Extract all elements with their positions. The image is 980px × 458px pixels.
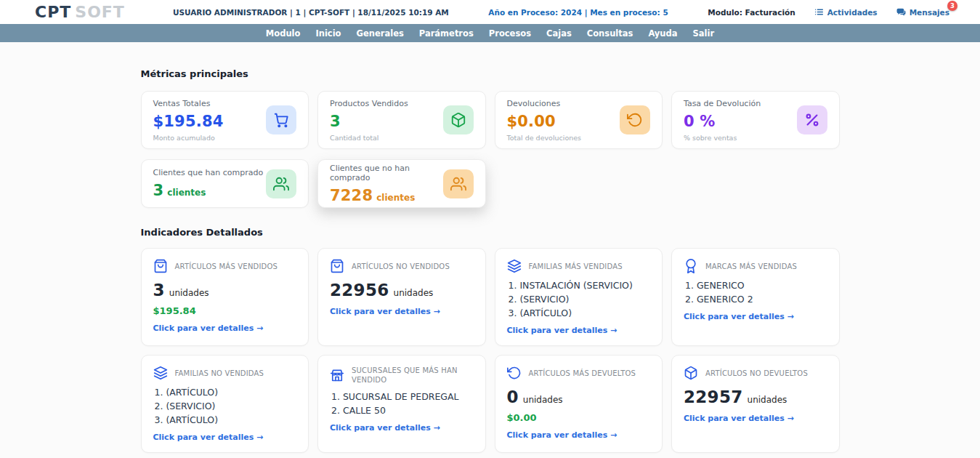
metric-value: 0 %: [684, 113, 761, 130]
metric-card-productos-vendidos[interactable]: Productos Vendidos 3 Cantidad total: [317, 91, 486, 149]
metric-value: 3: [153, 182, 164, 199]
indicator-header: MARCAS MÁS VENDIDAS: [684, 259, 827, 273]
indicator-header: ARTÍCULOS NO DEVUELTOS: [684, 366, 827, 380]
metric-subtitle: Monto acumulado: [153, 134, 224, 142]
messages-button[interactable]: Mensajes 3: [896, 7, 949, 17]
indicator-title: SUCURSALES QUE MÁS HAN VENDIDO: [352, 366, 474, 385]
shopping-cart-icon: [266, 105, 296, 134]
indicator-card-familias-mas-vendidas[interactable]: FAMILIAS MÁS VENDIDAS 1. INSTALACIÓN (SE…: [495, 248, 663, 346]
details-link[interactable]: Click para ver detalles →: [153, 324, 297, 333]
metric-unit: clientes: [376, 193, 415, 203]
indicator-title: MARCAS MÁS VENDIDAS: [705, 262, 797, 271]
metric-card-tasa-devolucion[interactable]: Tasa de Devolución 0 % % sobre ventas: [671, 91, 840, 149]
logo-secondary: SOFT: [75, 3, 125, 21]
details-link[interactable]: Click para ver detalles →: [330, 423, 474, 433]
indicator-title: ARTÍCULOS NO DEVUELTOS: [705, 369, 808, 378]
users-icon: [266, 169, 296, 198]
list-item: 2. GENERICO 2: [685, 294, 827, 305]
indicator-card-articulos-mas-vendidos[interactable]: ARTÍCULOS MÁS VENDIDOS 3unidades $195.84…: [141, 248, 309, 346]
list-item: 1. GENERICO: [685, 280, 827, 291]
list-item: 2. (SERVICIO): [155, 401, 297, 411]
details-link[interactable]: Click para ver detalles →: [684, 414, 827, 423]
metric-card-content: Clientes que han comprado 3clientes: [153, 168, 264, 199]
indicators-grid: ARTÍCULOS MÁS VENDIDOS 3unidades $195.84…: [141, 248, 840, 458]
package-icon: [443, 105, 474, 134]
main-nav: Modulo Inicio Generales Parámetros Proce…: [0, 24, 980, 42]
indicator-value: 0: [507, 387, 519, 406]
indicator-unit: unidades: [748, 395, 787, 405]
nav-item-generales[interactable]: Generales: [357, 28, 404, 39]
indicator-amount: $195.84: [153, 305, 297, 316]
indicator-header: ARTÍCULOS MÁS VENDIDOS: [153, 259, 297, 273]
details-link[interactable]: Click para ver detalles →: [684, 312, 827, 321]
metrics-grid: Ventas Totales $195.84 Monto acumulado P…: [141, 91, 840, 208]
metric-card-ventas-totales[interactable]: Ventas Totales $195.84 Monto acumulado: [141, 91, 309, 149]
metric-title: Clientes que han comprado: [153, 168, 264, 177]
indicator-unit: unidades: [394, 288, 434, 298]
metric-title: Devoluciones: [507, 99, 582, 108]
store-icon: [330, 368, 344, 382]
list-item: 1. (ARTÍCULO): [155, 387, 297, 398]
users-icon: [443, 169, 474, 198]
return-arrow-icon: [507, 366, 522, 380]
indicators-section-title: Indicadores Detallados: [141, 227, 840, 238]
indicator-value: 22957: [684, 387, 743, 406]
indicator-value-row: 0unidades: [507, 387, 651, 406]
metric-card-content: Clientes que no han comprado 7228cliente…: [330, 164, 443, 204]
list-item: 1. INSTALACIÓN (SERVICIO): [509, 280, 651, 291]
layers-icon: [153, 366, 168, 380]
app-logo[interactable]: CPTSOFT: [35, 3, 125, 21]
details-link[interactable]: Click para ver detalles →: [153, 433, 297, 442]
metric-card-content: Productos Vendidos 3 Cantidad total: [330, 99, 408, 142]
metric-value: $195.84: [153, 113, 224, 130]
details-link[interactable]: Click para ver detalles →: [330, 307, 474, 316]
indicator-title: ARTÍCULOS MÁS DEVUELTOS: [529, 369, 636, 378]
indicator-title: ARTÍCULOS MÁS VENDIDOS: [175, 262, 278, 271]
award-icon: [684, 259, 698, 273]
nav-item-procesos[interactable]: Procesos: [489, 28, 531, 39]
nav-item-consultas[interactable]: Consultas: [587, 28, 633, 39]
indicator-card-marcas-mas-vendidas[interactable]: MARCAS MÁS VENDIDAS 1. GENERICO 2. GENER…: [671, 248, 840, 346]
metric-subtitle: % sobre ventas: [684, 134, 761, 142]
indicator-card-familias-no-vendidas[interactable]: FAMILIAS NO VENDIDAS 1. (ARTÍCULO) 2. (S…: [141, 355, 309, 453]
indicator-card-articulos-no-vendidos[interactable]: ARTÍCULOS NO VENDIDOS 22956unidades Clic…: [317, 248, 486, 346]
indicator-card-articulos-no-devueltos[interactable]: ARTÍCULOS NO DEVUELTOS 22957unidades Cli…: [671, 355, 840, 453]
metric-card-devoluciones[interactable]: Devoluciones $0.00 Total de devoluciones: [495, 91, 663, 149]
nav-item-cajas[interactable]: Cajas: [546, 28, 572, 39]
indicator-unit: unidades: [169, 288, 209, 298]
nav-item-parametros[interactable]: Parámetros: [419, 28, 474, 39]
list-item: 2. (SERVICIO): [509, 294, 651, 305]
list-item: 2. CALLE 50: [331, 405, 474, 416]
indicator-header: ARTÍCULOS MÁS DEVUELTOS: [507, 366, 651, 380]
activities-button[interactable]: Actividades: [814, 7, 878, 17]
metric-card-clientes-han-comprado[interactable]: Clientes que han comprado 3clientes: [141, 159, 309, 208]
shopping-bag-icon: [330, 259, 344, 273]
nav-item-salir[interactable]: Salir: [693, 28, 715, 39]
metric-card-content: Devoluciones $0.00 Total de devoluciones: [507, 99, 582, 142]
messages-badge: 3: [947, 1, 957, 11]
indicator-list: 1. GENERICO 2. GENERICO 2: [684, 280, 827, 305]
messages-label: Mensajes: [910, 8, 949, 17]
indicator-title: FAMILIAS NO VENDIDAS: [175, 369, 264, 378]
indicator-amount: $0.00: [507, 412, 651, 423]
list-item: 3. (ARTÍCULO): [509, 308, 651, 318]
metrics-section-title: Métricas principales: [141, 68, 840, 79]
indicator-card-sucursales-mas-vendido[interactable]: SUCURSALES QUE MÁS HAN VENDIDO 1. SUCURS…: [317, 355, 486, 453]
nav-item-modulo[interactable]: Modulo: [266, 28, 301, 39]
nav-item-inicio[interactable]: Inicio: [315, 28, 341, 39]
indicator-value-row: 22957unidades: [684, 387, 827, 406]
details-link[interactable]: Click para ver detalles →: [507, 430, 651, 440]
indicator-title: FAMILIAS MÁS VENDIDAS: [529, 262, 623, 271]
indicator-list: 1. SUCURSAL DE PEDREGAL 2. CALLE 50: [330, 391, 474, 416]
indicator-value-row: 3unidades: [153, 281, 297, 300]
details-link[interactable]: Click para ver detalles →: [507, 326, 651, 335]
indicator-unit: unidades: [523, 395, 563, 405]
indicator-list: 1. INSTALACIÓN (SERVICIO) 2. (SERVICIO) …: [507, 280, 651, 318]
metric-value: 3: [330, 113, 408, 130]
list-icon: [814, 7, 824, 17]
module-label: Modulo: Facturación: [708, 8, 795, 17]
indicator-value: 3: [153, 281, 165, 300]
metric-card-clientes-no-han-comprado[interactable]: Clientes que no han comprado 7228cliente…: [317, 159, 486, 208]
indicator-card-articulos-mas-devueltos[interactable]: ARTÍCULOS MÁS DEVUELTOS 0unidades $0.00 …: [495, 355, 663, 453]
nav-item-ayuda[interactable]: Ayuda: [648, 28, 677, 39]
